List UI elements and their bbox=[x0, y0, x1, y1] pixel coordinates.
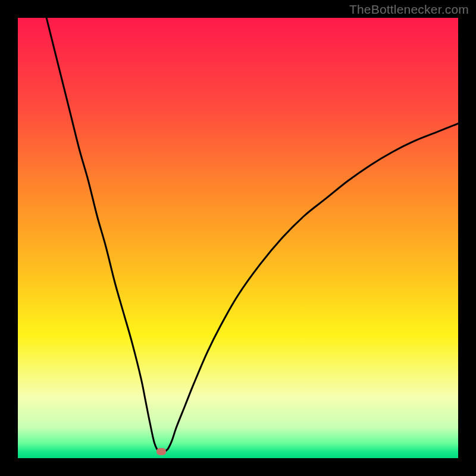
watermark-text: TheBottlenecker.com bbox=[349, 2, 469, 17]
background-gradient bbox=[18, 18, 458, 458]
chart-frame: TheBottlenecker.com bbox=[0, 0, 476, 476]
optimal-point-marker bbox=[156, 448, 166, 455]
svg-rect-0 bbox=[18, 18, 458, 458]
plot-area bbox=[18, 18, 458, 458]
